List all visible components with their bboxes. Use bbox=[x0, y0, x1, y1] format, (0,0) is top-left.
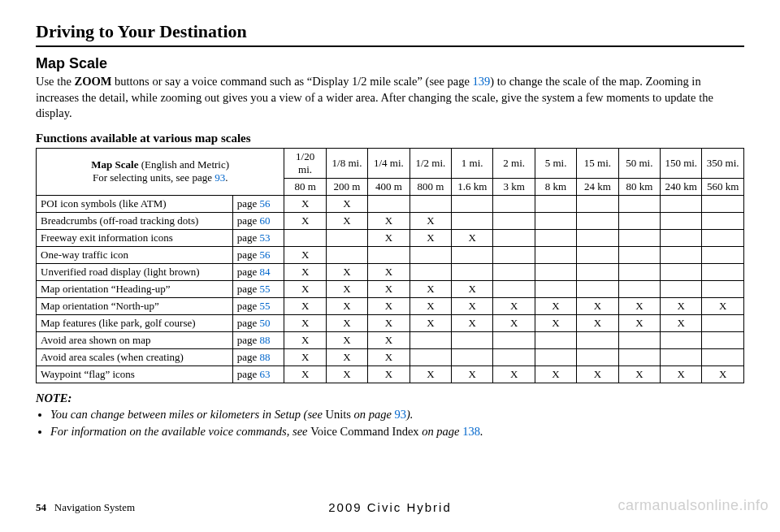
n2-roman: Voice Command Index bbox=[310, 425, 418, 438]
scale-cell bbox=[493, 263, 535, 280]
table-row: Freeway exit information iconspage 53XXX bbox=[37, 229, 744, 246]
page-link[interactable]: 56 bbox=[259, 197, 270, 210]
scale-cell: X bbox=[452, 297, 493, 314]
scale-cell: X bbox=[661, 314, 702, 331]
scale-cell bbox=[535, 212, 576, 229]
feature-name: Map orientation “Heading-up” bbox=[37, 280, 233, 297]
scale-cell bbox=[618, 263, 660, 280]
note-1: You can change between miles or kilomete… bbox=[50, 407, 744, 423]
km-6: 8 km bbox=[535, 178, 576, 195]
page-link[interactable]: 88 bbox=[259, 351, 270, 363]
table-caption: Functions available at various map scale… bbox=[36, 132, 744, 145]
feature-name: Map features (like park, golf course) bbox=[37, 314, 233, 331]
scale-cell bbox=[661, 263, 702, 280]
km-8: 80 km bbox=[618, 178, 660, 195]
scale-cell: X bbox=[661, 297, 702, 314]
page-ref: page 55 bbox=[232, 280, 284, 297]
scale-cell bbox=[493, 229, 535, 246]
scale-cell bbox=[368, 195, 410, 212]
scale-cell: X bbox=[493, 314, 535, 331]
scale-cell bbox=[452, 348, 493, 365]
scale-cell: X bbox=[493, 297, 535, 314]
scale-cell: X bbox=[326, 263, 367, 280]
page-link[interactable]: 88 bbox=[259, 334, 270, 346]
page-link-93a[interactable]: 93 bbox=[214, 171, 225, 184]
page-link[interactable]: 53 bbox=[259, 231, 270, 244]
mi-7: 15 mi. bbox=[577, 148, 618, 178]
scale-cell bbox=[661, 212, 702, 229]
scale-cell: X bbox=[284, 314, 326, 331]
page-link-138[interactable]: 138 bbox=[462, 425, 480, 438]
scale-cell bbox=[535, 195, 576, 212]
mi-6: 5 mi. bbox=[535, 148, 576, 178]
scale-cell bbox=[452, 331, 493, 348]
scale-cell bbox=[410, 263, 451, 280]
map-scale-rest: (English and Metric) bbox=[138, 158, 229, 171]
scale-cell bbox=[577, 280, 618, 297]
table-row: Map orientation “Heading-up”page 55XXXXX bbox=[37, 280, 744, 297]
scale-cell: X bbox=[702, 365, 744, 383]
scale-cell bbox=[702, 263, 744, 280]
table-row: One-way traffic iconpage 56X bbox=[37, 246, 744, 263]
scale-cell: X bbox=[410, 280, 451, 297]
table-row: Breadcrumbs (off-road tracking dots)page… bbox=[37, 212, 744, 229]
scale-cell bbox=[452, 263, 493, 280]
scale-cell bbox=[577, 212, 618, 229]
scale-cell bbox=[493, 280, 535, 297]
scale-cell: X bbox=[452, 280, 493, 297]
page-link[interactable]: 55 bbox=[259, 283, 270, 295]
scale-cell bbox=[618, 348, 660, 365]
scale-cell: X bbox=[326, 348, 367, 365]
notes-list: You can change between miles or kilomete… bbox=[36, 407, 744, 440]
scale-cell bbox=[493, 212, 535, 229]
section-title: Driving to Your Destination bbox=[36, 21, 744, 42]
scale-cell bbox=[618, 246, 660, 263]
scale-cell: X bbox=[326, 314, 367, 331]
page-link[interactable]: 84 bbox=[259, 266, 270, 278]
feature-name: Avoid area shown on map bbox=[37, 331, 233, 348]
scale-cell bbox=[493, 331, 535, 348]
scale-cell bbox=[618, 195, 660, 212]
scale-cell: X bbox=[284, 331, 326, 348]
page-link-93b[interactable]: 93 bbox=[395, 408, 407, 421]
km-2: 400 m bbox=[368, 178, 410, 195]
zoom-word: ZOOM bbox=[75, 75, 112, 88]
km-3: 800 m bbox=[410, 178, 451, 195]
scale-cell bbox=[493, 195, 535, 212]
feature-name: Freeway exit information icons bbox=[37, 229, 233, 246]
scale-cell bbox=[702, 348, 744, 365]
n2-mid: on page bbox=[419, 425, 463, 438]
scale-cell: X bbox=[410, 314, 451, 331]
scale-cell bbox=[702, 246, 744, 263]
scale-cell bbox=[661, 280, 702, 297]
km-10: 560 km bbox=[702, 178, 744, 195]
page-ref: page 56 bbox=[232, 246, 284, 263]
scale-cell: X bbox=[618, 365, 660, 383]
scale-cell bbox=[577, 263, 618, 280]
table-row: Map features (like park, golf course)pag… bbox=[37, 314, 744, 331]
km-9: 240 km bbox=[661, 178, 702, 195]
mi-5: 2 mi. bbox=[493, 148, 535, 178]
page-link[interactable]: 56 bbox=[259, 249, 270, 261]
n1-post: ). bbox=[406, 408, 413, 421]
scale-cell: X bbox=[368, 212, 410, 229]
page-link-139[interactable]: 139 bbox=[473, 75, 491, 88]
scale-cell: X bbox=[284, 195, 326, 212]
scale-cell: X bbox=[326, 195, 367, 212]
scale-cell: X bbox=[368, 280, 410, 297]
feature-name: Map orientation “North-up” bbox=[37, 297, 233, 314]
page-link[interactable]: 60 bbox=[259, 214, 270, 227]
scale-cell bbox=[284, 229, 326, 246]
intro-pre: Use the bbox=[36, 75, 75, 88]
page-link[interactable]: 55 bbox=[259, 300, 270, 312]
page-ref: page 88 bbox=[232, 348, 284, 365]
page-link[interactable]: 63 bbox=[259, 368, 270, 380]
page-link[interactable]: 50 bbox=[259, 317, 270, 329]
scale-cell bbox=[577, 348, 618, 365]
mi-9: 150 mi. bbox=[661, 148, 702, 178]
page-ref: page 55 bbox=[232, 297, 284, 314]
scale-cell: X bbox=[618, 297, 660, 314]
n1-pre: You can change between miles or kilomete… bbox=[50, 408, 326, 421]
page-ref: page 88 bbox=[232, 331, 284, 348]
table-row: POI icon symbols (like ATM)page 56XX bbox=[37, 195, 744, 212]
